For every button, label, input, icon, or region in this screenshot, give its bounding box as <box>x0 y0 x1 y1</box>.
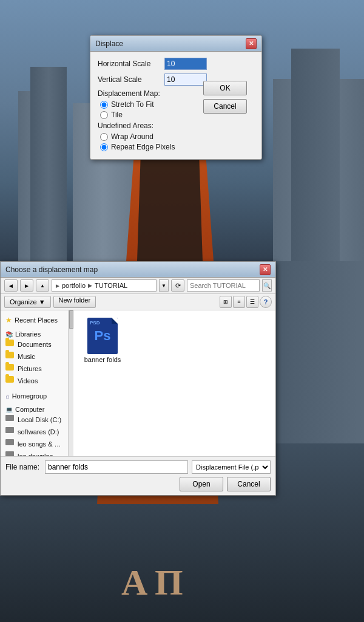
cancel-button[interactable]: Cancel <box>203 99 247 114</box>
address-dropdown-button[interactable]: ▼ <box>159 279 169 292</box>
search-button[interactable]: 🔍 <box>262 279 272 292</box>
vertical-scale-label: Vertical Scale <box>98 75 164 84</box>
file-open-button[interactable]: Open <box>180 477 223 491</box>
address-arrow1: ▶ <box>88 282 92 289</box>
sidebar-local-disk[interactable]: Local Disk (C:) <box>3 414 66 426</box>
displace-titlebar: Displace ✕ <box>90 36 261 52</box>
undefined-areas-label: Undefined Areas: <box>98 121 207 130</box>
homegroup-label: Homegroup <box>12 392 47 400</box>
psd-file-icon: PSD Ps <box>87 318 118 354</box>
file-cancel-button[interactable]: Cancel <box>227 477 271 491</box>
file-dialog: Choose a displacement map ✕ ◄ ► ▲ ► port… <box>0 261 276 496</box>
softwares-label: softwares (D:) <box>18 428 59 436</box>
sidebar-leo-downloads[interactable]: leo downloads (F <box>3 450 66 456</box>
view-list-button[interactable]: ≡ <box>233 296 245 308</box>
file-action-row: Open Cancel <box>5 477 271 491</box>
file-name-label: File name: <box>5 463 45 471</box>
address-tutorial[interactable]: TUTORIAL <box>95 282 127 289</box>
leo-songs-label: leo songs & gam <box>18 440 63 448</box>
sidebar-libraries[interactable]: 📚 Libraries <box>3 329 66 338</box>
sidebar-music[interactable]: Music <box>3 350 66 363</box>
displace-title: Displace <box>95 39 123 48</box>
sidebar-recent-places[interactable]: ★ Recent Places <box>3 314 66 325</box>
new-folder-button[interactable]: New folder <box>53 296 96 308</box>
file-dialog-title: Choose a displacement map <box>5 265 98 274</box>
file-content-pane: PSD Ps banner folds <box>73 310 275 456</box>
file-organize-toolbar: Organize ▼ New folder ⊞ ≡ ☰ ? <box>1 294 275 310</box>
ok-button[interactable]: OK <box>203 81 247 95</box>
recent-icon: ★ <box>5 316 12 324</box>
displace-close-button[interactable]: ✕ <box>246 38 257 49</box>
sidebar-homegroup[interactable]: ⌂ Homegroup <box>3 391 66 400</box>
file-item-banner-folds[interactable]: PSD Ps banner folds <box>78 315 127 366</box>
view-detail-button[interactable]: ☰ <box>246 296 258 308</box>
file-nav-toolbar: ◄ ► ▲ ► portfolio ▶ TUTORIAL ▼ ⟳ 🔍 <box>1 278 275 294</box>
file-bottom-bar: File name: Displacement File (.psd) Open… <box>1 456 275 495</box>
local-disk-icon <box>5 415 15 425</box>
sidebar-computer[interactable]: 💻 Computer <box>3 404 66 414</box>
file-name-row: File name: Displacement File (.psd) <box>5 460 271 474</box>
libraries-label: Libraries <box>15 330 41 338</box>
music-folder-icon <box>5 352 15 361</box>
sidebar-documents[interactable]: Documents <box>3 338 66 350</box>
displace-body: Horizontal Scale Vertical Scale Displace… <box>90 52 261 159</box>
help-button[interactable]: ? <box>260 296 272 308</box>
tile-radio[interactable] <box>100 111 108 119</box>
computer-label: Computer <box>15 406 44 413</box>
sidebar-softwares[interactable]: softwares (D:) <box>3 426 66 438</box>
stretch-to-fit-radio[interactable] <box>100 101 108 109</box>
nav-back-button[interactable]: ◄ <box>4 279 18 292</box>
organize-button[interactable]: Organize ▼ <box>4 296 51 308</box>
nav-forward-button[interactable]: ► <box>20 279 33 292</box>
sidebar-leo-songs[interactable]: leo songs & gam <box>3 438 66 450</box>
documents-folder-icon <box>5 340 15 349</box>
search-input[interactable] <box>187 279 260 292</box>
libraries-icon: 📚 <box>5 331 13 338</box>
psd-type-label: PSD <box>90 320 99 326</box>
file-type-select[interactable]: Displacement File (.psd) <box>192 460 271 474</box>
leo-downloads-label: leo downloads (F <box>18 453 63 456</box>
pictures-folder-icon <box>5 364 15 374</box>
leo-downloads-disk-icon <box>5 451 15 456</box>
tile-label: Tile <box>111 111 123 119</box>
wrap-around-label: Wrap Around <box>111 132 153 141</box>
refresh-button[interactable]: ⟳ <box>171 279 184 292</box>
address-bar[interactable]: ► portfolio ▶ TUTORIAL <box>52 279 157 292</box>
documents-label: Documents <box>18 341 52 348</box>
repeat-edge-pixels-row: Repeat Edge Pixels <box>100 143 207 151</box>
repeat-edge-pixels-label: Repeat Edge Pixels <box>111 143 175 151</box>
displacement-map-label: Displacement Map: <box>98 89 207 98</box>
view-buttons: ⊞ ≡ ☰ ? <box>220 296 272 308</box>
file-item-name: banner folds <box>84 356 121 363</box>
file-sidebar: ★ Recent Places 📚 Libraries Documents Mu… <box>1 310 69 456</box>
vertical-scale-input[interactable] <box>164 73 207 86</box>
stretch-to-fit-label: Stretch To Fit <box>111 100 153 109</box>
pictures-label: Pictures <box>18 365 42 372</box>
tile-row: Tile <box>100 111 207 119</box>
videos-label: Videos <box>18 377 38 384</box>
file-close-button[interactable]: ✕ <box>260 264 271 275</box>
horizontal-scale-label: Horizontal Scale <box>98 60 164 68</box>
organize-label: Organize <box>10 298 37 306</box>
local-disk-label: Local Disk (C:) <box>18 416 61 423</box>
view-toggle-button[interactable]: ⊞ <box>220 296 232 308</box>
wrap-around-radio[interactable] <box>100 133 108 141</box>
stretch-to-fit-row: Stretch To Fit <box>100 100 207 109</box>
sidebar-videos[interactable]: Videos <box>3 375 66 387</box>
sidebar-pictures[interactable]: Pictures <box>3 363 66 375</box>
homegroup-icon: ⌂ <box>5 392 10 400</box>
wrap-around-row: Wrap Around <box>100 132 207 141</box>
softwares-disk-icon <box>5 427 15 437</box>
leo-songs-disk-icon <box>5 439 15 449</box>
address-portfolio[interactable]: portfolio <box>62 282 86 289</box>
horizontal-scale-input[interactable] <box>164 58 207 70</box>
psd-corner <box>112 318 118 324</box>
computer-icon: 💻 <box>5 406 13 413</box>
nav-up-button[interactable]: ▲ <box>36 279 49 292</box>
ps-logo: Ps <box>95 328 111 344</box>
sidebar-scrollbar[interactable] <box>69 310 73 456</box>
repeat-edge-pixels-radio[interactable] <box>100 143 108 151</box>
file-name-input[interactable] <box>45 460 188 474</box>
vertical-scale-row: Vertical Scale <box>98 73 207 86</box>
displace-dialog: Displace ✕ Horizontal Scale Vertical Sca… <box>90 35 262 160</box>
